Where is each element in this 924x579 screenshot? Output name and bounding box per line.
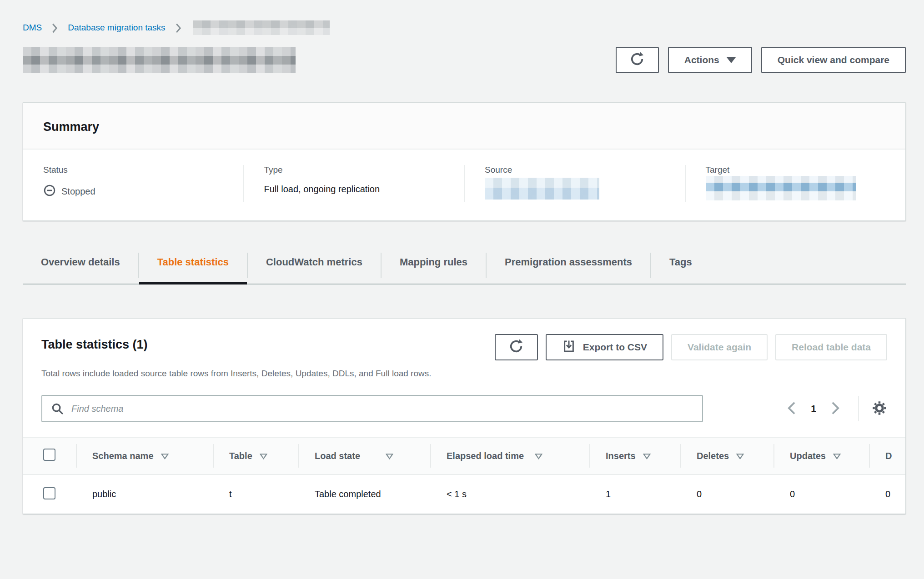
sort-icon[interactable]: [833, 453, 841, 459]
cell-ddls-clipped: 0: [869, 474, 905, 514]
toolbar-divider: [858, 396, 859, 421]
summary-field-target: Target: [685, 165, 906, 202]
source-endpoint-redacted[interactable]: [485, 178, 599, 200]
breadcrumb: DMS Database migration tasks: [23, 20, 906, 35]
table-toolbar: 1: [23, 395, 905, 422]
summary-field-status: Status Stopped: [23, 165, 243, 202]
download-icon: [562, 339, 576, 355]
table-statistics-table: Schema name Table Load state Elapsed loa…: [23, 437, 905, 514]
chevron-right-icon: [52, 23, 58, 33]
table-statistics-header: Table statistics (1): [23, 334, 905, 360]
export-csv-button[interactable]: Export to CSV: [546, 334, 663, 360]
tab-premigration-assessments[interactable]: Premigration assessments: [487, 251, 650, 284]
table-statistics-description: Total rows include loaded source table r…: [23, 369, 905, 379]
column-header-elapsed-load-time[interactable]: Elapsed load time: [447, 451, 524, 461]
summary-field-source: Source: [464, 165, 685, 202]
gear-icon: [872, 400, 887, 417]
summary-panel-header: Summary: [23, 103, 905, 150]
field-label: Source: [485, 165, 676, 175]
status-text: Stopped: [61, 186, 95, 197]
quick-view-compare-button[interactable]: Quick view and compare: [761, 47, 906, 73]
column-header-schema-name[interactable]: Schema name: [92, 451, 154, 461]
target-endpoint-redacted[interactable]: [706, 176, 856, 200]
cell-inserts: 1: [589, 474, 680, 514]
column-header-load-state[interactable]: Load state: [315, 451, 360, 461]
field-label: Status: [43, 165, 234, 175]
current-page-number: 1: [811, 403, 816, 414]
header-actions: Actions Quick view and compare: [616, 47, 906, 73]
tab-bar: Overview details Table statistics CloudW…: [23, 251, 906, 285]
summary-field-type: Type Full load, ongoing replication: [243, 165, 464, 202]
type-value: Full load, ongoing replication: [264, 184, 455, 195]
column-header-ddls-clipped[interactable]: D: [885, 451, 892, 461]
tab-table-statistics[interactable]: Table statistics: [139, 251, 247, 284]
table-statistics-panel: Table statistics (1): [23, 318, 906, 514]
select-all-checkbox[interactable]: [43, 449, 55, 461]
table-header-row: Schema name Table Load state Elapsed loa…: [23, 437, 905, 474]
dms-task-detail-page: DMS Database migration tasks Actions: [0, 0, 924, 579]
cell-load-state: Table completed: [298, 474, 430, 514]
cell-schema-name: public: [76, 474, 213, 514]
tab-tags[interactable]: Tags: [651, 251, 710, 284]
chevron-right-icon: [176, 23, 181, 33]
summary-title: Summary: [43, 120, 885, 134]
row-checkbox[interactable]: [43, 487, 55, 499]
refresh-icon: [508, 338, 524, 357]
validate-again-button[interactable]: Validate again: [671, 334, 768, 360]
field-label: Type: [264, 165, 455, 175]
actions-menu-button[interactable]: Actions: [668, 47, 752, 73]
tab-mapping-rules[interactable]: Mapping rules: [382, 251, 486, 284]
task-name-redacted: [23, 47, 296, 73]
table-refresh-button[interactable]: [495, 334, 538, 360]
previous-page-button[interactable]: [784, 401, 799, 416]
sort-icon[interactable]: [260, 453, 267, 459]
search-icon: [50, 402, 64, 417]
column-header-table[interactable]: Table: [229, 451, 252, 461]
column-header-inserts[interactable]: Inserts: [606, 451, 636, 461]
cell-table: t: [213, 474, 298, 514]
breadcrumb-link-dms[interactable]: DMS: [23, 23, 42, 33]
breadcrumb-link-migration-tasks[interactable]: Database migration tasks: [68, 23, 165, 33]
refresh-button[interactable]: [616, 47, 659, 73]
schema-search: [41, 395, 703, 422]
chevron-left-icon: [787, 401, 796, 416]
breadcrumb-current-redacted: [193, 20, 330, 35]
reload-table-data-button[interactable]: Reload table data: [775, 334, 887, 360]
cell-deletes: 0: [680, 474, 773, 514]
pagination: 1: [784, 396, 887, 421]
chevron-right-icon: [831, 401, 840, 416]
refresh-icon: [629, 51, 645, 70]
sort-icon[interactable]: [161, 453, 169, 459]
cell-updates: 0: [773, 474, 869, 514]
sort-icon[interactable]: [736, 453, 744, 459]
sort-icon[interactable]: [643, 453, 651, 459]
table-statistics-title: Table statistics (1): [41, 334, 148, 352]
cell-elapsed-load-time: < 1 s: [430, 474, 589, 514]
column-header-deletes[interactable]: Deletes: [697, 451, 729, 461]
preferences-button[interactable]: [872, 400, 887, 417]
page-header: Actions Quick view and compare: [23, 47, 906, 73]
tab-cloudwatch-metrics[interactable]: CloudWatch metrics: [248, 251, 381, 284]
sort-icon[interactable]: [535, 453, 542, 459]
summary-grid: Status Stopped Type Full load, ongoing r…: [23, 150, 905, 220]
column-header-updates[interactable]: Updates: [790, 451, 826, 461]
status-value: Stopped: [43, 184, 234, 199]
find-schema-input[interactable]: [41, 395, 703, 422]
summary-panel: Summary Status Stopped Type Full load, o…: [23, 102, 906, 221]
tab-overview-details[interactable]: Overview details: [23, 251, 138, 284]
next-page-button[interactable]: [828, 401, 843, 416]
table-row[interactable]: public t Table completed < 1 s 1 0 0 0: [23, 474, 905, 514]
caret-down-icon: [727, 57, 736, 63]
stopped-icon: [43, 184, 56, 199]
export-csv-label: Export to CSV: [583, 342, 647, 353]
actions-menu-label: Actions: [684, 55, 719, 65]
field-label: Target: [706, 165, 897, 175]
table-statistics-actions: Export to CSV Validate again Reload tabl…: [495, 334, 887, 360]
sort-icon[interactable]: [386, 453, 393, 459]
